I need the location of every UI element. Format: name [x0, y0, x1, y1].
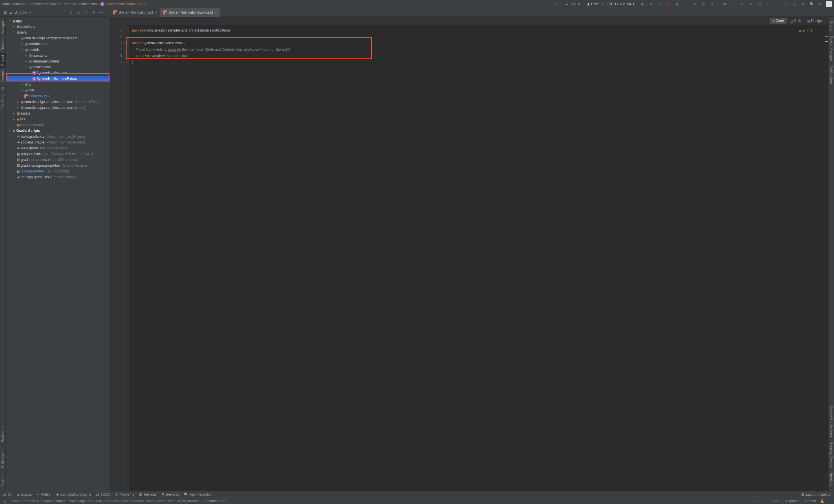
layout-inspector-tool[interactable]: ▦Layout Inspector — [801, 492, 832, 497]
git-branch[interactable]: ⎇ main — [804, 499, 816, 503]
project-tree[interactable]: ▾▣app ▸▣manifests ▾▣java ▾▣com.delasign.… — [6, 17, 110, 491]
tree-node-spotless-gradle[interactable]: ⛴spotless.gradle(Project: Sample_Project… — [6, 139, 110, 145]
breadcrumb-item[interactable]: SystemNotificationsExtras — [106, 2, 146, 6]
avatar[interactable] — [826, 1, 832, 7]
run-button[interactable]: ▶ — [639, 1, 646, 7]
design-view-button[interactable]: ▧Design — [804, 18, 825, 24]
resource-manager-tool[interactable]: Resource Manager — [0, 19, 5, 53]
file-encoding[interactable]: UTF-8 — [772, 499, 782, 503]
caret-position[interactable]: 6:2 — [755, 499, 760, 503]
running-devices-tool[interactable]: Running Devices — [829, 439, 834, 471]
warning-marker[interactable] — [825, 41, 828, 42]
select-opened-file-icon[interactable]: ⊙ — [68, 9, 74, 16]
undo-button[interactable]: ↶ — [765, 1, 771, 7]
memory-indicator-icon[interactable]: ▭ — [829, 499, 832, 503]
fold-gutter[interactable]: ⊟ ⊟ — [125, 25, 129, 491]
fold-icon[interactable]: ⊟ — [125, 40, 128, 46]
fold-end-icon[interactable]: ⊟ — [125, 59, 128, 65]
split-view-button[interactable]: ◫Split — [787, 18, 804, 24]
run-configuration-dropdown[interactable]: ▲ app ▾ — [563, 1, 583, 7]
device-manager-tool[interactable]: Device Manager — [829, 33, 834, 63]
tool-window-quick-access-icon[interactable]: ▢ — [2, 498, 9, 504]
tree-node-app[interactable]: ▾▣app — [6, 18, 110, 24]
warning-badge[interactable]: ▲2 — [798, 27, 805, 33]
more-tabs-icon[interactable]: ⋮ — [826, 9, 832, 16]
notifications-tool[interactable]: Notifications — [829, 63, 834, 87]
bookmarks-tool[interactable]: Bookmarks — [0, 422, 5, 444]
tree-node-system-notifications[interactable]: CSystemNotifications — [6, 70, 110, 76]
prev-highlight-icon[interactable]: ˄ — [815, 27, 817, 33]
code-view-button[interactable]: ≡Code — [770, 18, 787, 24]
device-file-explorer-tool[interactable]: Device File Explorer — [829, 404, 834, 439]
breadcrumb-item[interactable]: samplestarterproject — [29, 2, 60, 6]
editor-tab[interactable]: SystemNotificationsExtras.kt ✕ — [160, 8, 220, 17]
profile-button[interactable]: ∿ — [683, 1, 689, 7]
tree-node-system-notifications-extras[interactable]: CSystemNotificationsExtras — [6, 76, 110, 82]
git-commit-icon[interactable]: ✓ — [739, 1, 745, 7]
tree-node-proguard[interactable]: ▤proguard-rules.pro(ProGuard Rules for "… — [6, 151, 110, 157]
git-push-icon[interactable]: ↗ — [748, 1, 754, 7]
git-history-icon[interactable]: ◔ — [756, 1, 763, 7]
commit-tool[interactable]: Commit — [0, 68, 5, 85]
redo-button[interactable]: ↔ — [774, 1, 780, 7]
tree-node-notifications[interactable]: ▾▣notifications — [6, 64, 110, 70]
tree-node-gradle-wrapper[interactable]: ▤gradle-wrapper.properties(Gradle Versio… — [6, 163, 110, 168]
build-variants-tool[interactable]: Build Variants — [0, 444, 5, 470]
gradle-tool[interactable]: Gradle — [829, 19, 834, 33]
tree-node-assets[interactable]: ▸▣assets — [6, 111, 110, 116]
breadcrumb-item[interactable]: com — [2, 2, 9, 6]
tree-node-manifests[interactable]: ▸▣manifests — [6, 24, 110, 29]
tree-node-res-generated[interactable]: ▣res(generated) — [6, 122, 110, 128]
git-tool[interactable]: ⎇Git — [2, 492, 12, 497]
editor-tab[interactable]: SystemNotifications.kt ✕ — [110, 8, 160, 17]
marker-bar[interactable] — [824, 25, 828, 491]
editor-body[interactable]: 123456 ⊟ ⊟ package com.delasign.samplest… — [110, 25, 828, 491]
emulator-tool[interactable]: Emulator — [829, 471, 834, 489]
services-tool[interactable]: ⚑Services — [161, 492, 179, 497]
code-editor[interactable]: package com.delasign.samplestarterprojec… — [129, 25, 824, 491]
tree-node-build-gradle-app[interactable]: ⛴build.gradle.kts(Module :app) — [6, 145, 110, 151]
attach-debugger-button[interactable]: ▾ — [692, 1, 698, 7]
more-run-button[interactable]: ⁂ — [700, 1, 707, 7]
logcat-tool[interactable]: ≣Logcat — [17, 492, 31, 497]
settings-icon[interactable]: ⚙ — [817, 1, 824, 7]
next-highlight-icon[interactable]: ˅ — [819, 27, 821, 33]
pull-requests-tool[interactable]: Pull Requests — [0, 85, 5, 111]
hide-icon[interactable]: — — [98, 9, 104, 16]
tree-node-gradle-properties[interactable]: ▤gradle.properties(Project Properties) — [6, 157, 110, 163]
device-mirror-icon[interactable]: ▯ — [783, 1, 789, 7]
tree-node-package[interactable]: ▾▣com.delasign.samplestarterproject — [6, 35, 110, 41]
lock-icon[interactable]: 🔒 — [820, 499, 825, 503]
ok-badge[interactable]: ✓1 — [807, 27, 813, 33]
sync-icon[interactable]: ↙ — [554, 1, 561, 7]
tree-node-package-test[interactable]: ▸▣com.delasign.samplestarterproject(test… — [6, 105, 110, 111]
project-view-selector[interactable]: ▤ ▲ Android ▾ ⊙ ⇲ ⇱ ⚙ — — [0, 9, 110, 16]
debug-button[interactable]: 🐞 — [665, 1, 672, 7]
app-inspection-tool[interactable]: 🔍App Inspection — [184, 492, 213, 497]
sdk-manager-icon[interactable]: ⬇ — [800, 1, 806, 7]
app-quality-tool[interactable]: ◆App Quality Insights — [56, 492, 91, 497]
tree-node-java[interactable]: ▾▣java — [6, 29, 110, 35]
tree-node-settings-gradle[interactable]: ⛴settings.gradle.kts(Project Settings) — [6, 174, 110, 180]
close-icon[interactable]: ✕ — [215, 11, 217, 14]
tree-node-local-properties[interactable]: ▤local.properties(SDK Location) — [6, 168, 110, 174]
tree-node-ui[interactable]: ▸▣ui — [6, 82, 110, 87]
apply-changes-button[interactable]: ⟳ — [648, 1, 655, 7]
tree-node-language-content[interactable]: ▸▣languageContent — [6, 59, 110, 64]
profiler-tool[interactable]: ∿Profiler — [36, 492, 51, 497]
coverage-button[interactable]: ◐ — [674, 1, 681, 7]
tree-node-main-activity[interactable]: MainActivity.kt — [6, 93, 110, 99]
device-dropdown[interactable]: ▮ Pixel_3a_API_33_x86_64 ▾ — [585, 1, 637, 7]
project-tool[interactable]: Project — [0, 53, 5, 68]
git-pull-icon[interactable]: ↙ — [730, 1, 737, 7]
problems-tool[interactable]: ⊘Problems — [115, 492, 134, 497]
line-separator[interactable]: LF — [764, 499, 768, 503]
status-message[interactable]: Configure Kotlin: Configure 'Sample_Proj… — [10, 499, 226, 503]
warning-marker[interactable] — [825, 37, 828, 37]
gear-icon[interactable]: ⚙ — [90, 9, 97, 16]
tree-node-coordinators[interactable]: ▸▣coordinators — [6, 41, 110, 47]
apply-code-changes-button[interactable]: ≡ — [657, 1, 663, 7]
todo-tool[interactable]: ☑TODO — [96, 492, 110, 497]
search-icon[interactable]: 🔍 — [809, 1, 815, 7]
tree-node-constants[interactable]: ▸▣constants — [6, 53, 110, 59]
